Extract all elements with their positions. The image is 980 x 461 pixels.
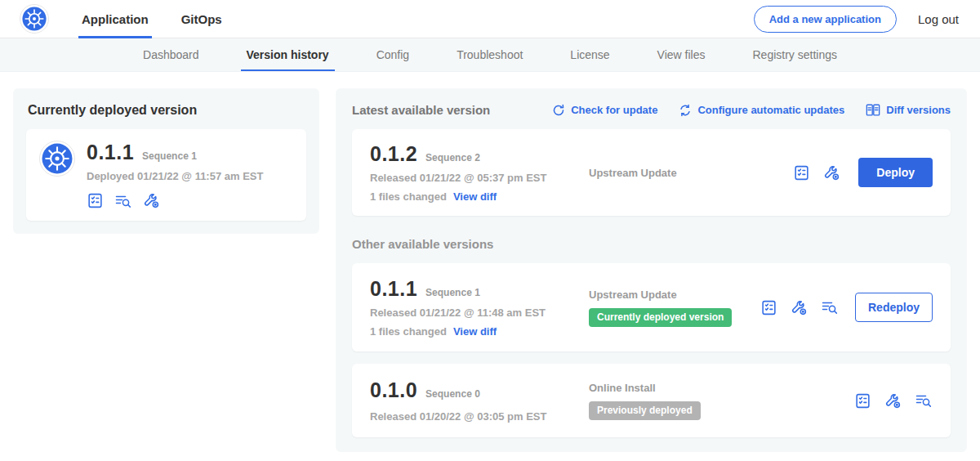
other-available-versions-title: Other available versions: [352, 237, 951, 251]
previously-deployed-badge: Previously deployed: [589, 401, 701, 420]
deploy-logs-icon[interactable]: [114, 193, 132, 209]
version-number: 0.1.1: [370, 277, 417, 301]
check-for-update-link[interactable]: Check for update: [552, 104, 657, 117]
sequence-label: Sequence 0: [425, 388, 480, 400]
subnav-item-view-files[interactable]: View files: [634, 38, 729, 71]
released-timestamp: Released 01/21/22 @ 11:48 am EST: [370, 307, 581, 319]
version-source-label: Online Install: [589, 382, 854, 394]
latest-available-title: Latest available version: [352, 103, 490, 117]
files-changed-label: 1 files changed: [370, 325, 447, 338]
deployed-sequence-label: Sequence 1: [142, 150, 197, 162]
sequence-label: Sequence 1: [425, 287, 480, 298]
view-diff-link[interactable]: View diff: [453, 325, 497, 338]
version-number: 0.1.0: [370, 378, 417, 402]
deploy-button[interactable]: Deploy: [858, 158, 933, 187]
deploy-logs-icon[interactable]: [821, 299, 839, 316]
currently-deployed-panel: Currently deployed version 0.1.1 Sequenc…: [13, 88, 319, 234]
main-content: Currently deployed version 0.1.1 Sequenc…: [0, 72, 980, 461]
files-changed-label: 1 files changed: [370, 190, 447, 203]
deployed-panel-title: Currently deployed version: [28, 103, 305, 118]
subnav-item-registry-settings[interactable]: Registry settings: [729, 38, 861, 71]
tab-gitops[interactable]: GitOps: [181, 0, 222, 38]
version-card-0-1-0: 0.1.0 Sequence 0 Released 01/20/22 @ 03:…: [352, 364, 951, 437]
app-subnav: Dashboard Version history Config Trouble…: [0, 38, 980, 72]
subnav-item-config[interactable]: Config: [353, 38, 433, 71]
edit-config-icon[interactable]: [823, 164, 840, 181]
edit-config-icon[interactable]: [791, 299, 808, 316]
edit-config-icon[interactable]: [143, 192, 160, 209]
configure-automatic-updates-link[interactable]: Configure automatic updates: [679, 104, 844, 117]
subnav-item-dashboard[interactable]: Dashboard: [119, 38, 223, 71]
add-application-button[interactable]: Add a new application: [754, 6, 897, 33]
version-number: 0.1.2: [370, 142, 417, 166]
version-source-label: Upstream Update: [589, 289, 760, 301]
subnav-item-license[interactable]: License: [546, 38, 633, 71]
auto-update-icon: [679, 104, 692, 117]
tab-application[interactable]: Application: [82, 0, 149, 38]
logout-link[interactable]: Log out: [918, 12, 959, 26]
version-source-label: Upstream Update: [589, 167, 793, 179]
deploy-logs-icon[interactable]: [915, 392, 933, 409]
view-diff-link[interactable]: View diff: [453, 190, 497, 203]
subnav-item-troubleshoot[interactable]: Troubleshoot: [433, 38, 546, 71]
release-notes-icon[interactable]: [760, 299, 777, 316]
version-card-0-1-1: 0.1.1 Sequence 1 Released 01/21/22 @ 11:…: [352, 263, 951, 351]
deployed-version-card: 0.1.1 Sequence 1 Deployed 01/21/22 @ 11:…: [26, 129, 306, 221]
version-card-0-1-2: 0.1.2 Sequence 2 Released 01/21/22 @ 05:…: [352, 129, 951, 216]
edit-config-icon[interactable]: [884, 392, 902, 410]
app-header: Application GitOps Add a new application…: [0, 0, 980, 38]
kubernetes-logo: [39, 141, 75, 177]
deployed-timestamp: Deployed 01/21/22 @ 11:57 am EST: [87, 170, 263, 182]
diff-versions-link[interactable]: Diff versions: [866, 103, 951, 117]
release-notes-icon[interactable]: [87, 192, 104, 209]
released-timestamp: Released 01/20/22 @ 03:05 pm EST: [370, 410, 581, 423]
deployed-version-number: 0.1.1: [87, 141, 134, 164]
redeploy-button[interactable]: Redeploy: [855, 293, 933, 322]
released-timestamp: Released 01/21/22 @ 05:37 pm EST: [370, 172, 581, 184]
subnav-item-version-history[interactable]: Version history: [223, 38, 353, 71]
release-notes-icon[interactable]: [793, 164, 810, 181]
diff-icon: [866, 103, 880, 117]
release-notes-icon[interactable]: [854, 392, 871, 410]
version-history-panel: Latest available version Check for updat…: [336, 88, 967, 452]
sequence-label: Sequence 2: [425, 152, 480, 163]
refresh-icon: [552, 104, 565, 117]
kubernetes-logo: [20, 4, 49, 34]
currently-deployed-badge: Currently deployed version: [589, 308, 732, 327]
